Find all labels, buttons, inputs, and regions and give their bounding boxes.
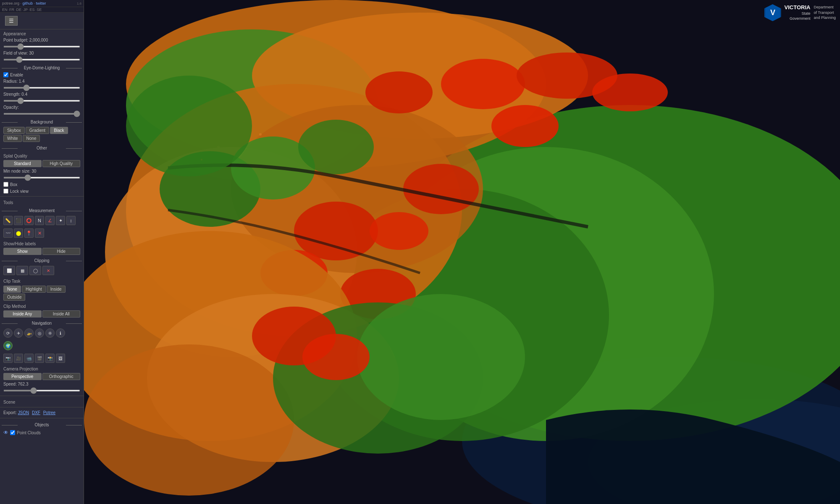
lang-se[interactable]: SE <box>37 8 42 12</box>
cam-preset-5[interactable]: 📸 <box>45 354 55 363</box>
government-text: Government <box>790 16 811 21</box>
measure-point-icon[interactable]: ✦ <box>56 216 65 225</box>
measure-polyline-icon[interactable]: ⬤ <box>14 228 23 238</box>
appearance-title: Appearance <box>3 32 26 36</box>
speed-label: Speed: 762.3 <box>3 382 80 386</box>
site-name-text: potree.org <box>2 1 19 5</box>
nav-orbit-icon[interactable]: ⟳ <box>3 328 13 338</box>
nav-earth-icon[interactable]: 🌍 <box>3 341 13 350</box>
point-budget-slider[interactable] <box>3 46 80 47</box>
cam-preset-6[interactable]: 🖼 <box>56 354 65 363</box>
export-json-link[interactable]: JSON <box>18 410 29 415</box>
potree-header: potree.org · github · twitter 1.6 <box>0 0 84 7</box>
clip-remove-icon[interactable]: ✕ <box>42 266 54 275</box>
measure-contour-icon[interactable]: 〰 <box>3 228 13 238</box>
edl-strength-label: Strength: 0.4 <box>3 92 80 97</box>
speed-slider[interactable] <box>3 390 80 391</box>
scene-label: Scene <box>3 400 80 404</box>
lock-view-checkbox[interactable] <box>3 189 8 194</box>
cam-preset-4[interactable]: 🎬 <box>35 354 44 363</box>
perspective-button[interactable]: Perspective <box>3 373 42 380</box>
site-name: potree.org · github · twitter <box>2 1 46 5</box>
lang-de[interactable]: DE <box>16 8 22 12</box>
objects-section-title: Objects <box>2 423 82 427</box>
export-potree-link[interactable]: Potree <box>43 410 55 415</box>
clip-method-inside-all[interactable]: Inside All <box>42 310 81 318</box>
clip-task-none[interactable]: None <box>3 286 21 293</box>
splat-quality-label: Splat Quality <box>3 154 80 158</box>
nav-helicopter-icon[interactable]: 🚁 <box>24 328 34 338</box>
menu-button[interactable]: ☰ <box>5 16 18 26</box>
lang-es[interactable]: ES <box>30 8 35 12</box>
export-label: Export: <box>3 410 17 415</box>
splat-quality-text: Splat Quality <box>3 154 27 158</box>
clip-task-outside[interactable]: Outside <box>3 294 25 301</box>
camera-preset-icons: 📷 🎥 📹 🎬 📸 🖼 <box>3 354 80 363</box>
sidebar: potree.org · github · twitter 1.6 EN·FR·… <box>0 0 84 504</box>
cam-preset-3[interactable]: 📹 <box>24 354 34 363</box>
nav-fly-icon[interactable]: ✈ <box>14 328 23 338</box>
export-dxf-link[interactable]: DXF <box>32 410 40 415</box>
min-node-slider[interactable] <box>3 177 80 178</box>
nav-fullscreen-icon[interactable]: ❊ <box>45 328 55 338</box>
orthographic-button[interactable]: Orthographic <box>42 373 81 380</box>
measure-remove-icon[interactable]: ✕ <box>35 228 44 238</box>
lang-jp[interactable]: JP <box>24 8 28 12</box>
dept3-text: and Planning <box>814 16 836 20</box>
edl-strength-slider[interactable] <box>3 100 80 102</box>
eye-icon[interactable]: 👁 <box>3 430 8 436</box>
splat-high-button[interactable]: High Quality <box>42 160 81 167</box>
fov-slider[interactable] <box>3 59 80 60</box>
twitter-link[interactable]: twitter <box>36 1 46 5</box>
speed-row: Speed: 762.3 <box>3 382 80 392</box>
edl-enable-label: Enable <box>10 73 23 77</box>
measure-profile-icon[interactable]: 📍 <box>24 228 34 238</box>
measure-distance-icon[interactable]: 📏 <box>3 216 13 225</box>
edl-radius-slider[interactable] <box>3 87 80 89</box>
opacity-slider[interactable] <box>3 113 80 115</box>
clip-method-label: Clip Method <box>3 304 80 309</box>
bg-black-button[interactable]: Black <box>50 127 68 134</box>
measure-height-icon[interactable]: ↕ <box>66 216 76 225</box>
hide-labels-button[interactable]: Hide <box>42 248 81 255</box>
measurement-tools: 📏 ⬛ ⭕ N ∠ ✦ ↕ <box>3 216 80 225</box>
other-section-title: Other <box>2 146 82 150</box>
clip-sphere-icon[interactable]: ◯ <box>29 266 41 275</box>
fov-row: Field of view: 30 <box>3 51 80 61</box>
measure-circle-icon[interactable]: ⭕ <box>24 216 34 225</box>
github-link[interactable]: github <box>23 1 33 5</box>
clip-poly-icon[interactable]: ▦ <box>16 266 28 275</box>
background-section-title: Background <box>2 120 82 124</box>
show-labels-button[interactable]: Show <box>3 248 42 255</box>
measurement-section-title: Measurement <box>2 208 82 213</box>
bg-none-button[interactable]: None <box>23 135 40 142</box>
cam-preset-2[interactable]: 🎥 <box>14 354 23 363</box>
measure-area-icon[interactable]: ⬛ <box>14 216 23 225</box>
splat-standard-button[interactable]: Standard <box>3 160 42 167</box>
measure-angle-icon[interactable]: ∠ <box>45 216 55 225</box>
lang-en[interactable]: EN <box>2 8 8 12</box>
bg-gradient-button[interactable]: Gradient <box>26 127 49 134</box>
measure-azimuth-icon[interactable]: N <box>35 216 44 225</box>
victoria-logo-area: V VICTORIA State Government Department o… <box>764 4 836 21</box>
victoria-text: VICTORIA State Government <box>785 4 811 21</box>
language-bar: EN·FR·DE·JP·ES·SE <box>0 7 84 13</box>
other-title-text: Other <box>37 146 47 150</box>
clipping-section-title: Clipping <box>2 258 82 263</box>
dept2-text: of Transport <box>814 10 834 15</box>
point-clouds-visible-checkbox[interactable] <box>10 430 15 435</box>
nav-info-icon[interactable]: ℹ <box>56 328 65 338</box>
clip-task-inside[interactable]: Inside <box>47 286 66 293</box>
bg-white-button[interactable]: White <box>3 135 22 142</box>
lang-fr[interactable]: FR <box>9 8 14 12</box>
edl-enable-checkbox[interactable] <box>3 72 8 77</box>
point-budget-row: Point budget: 2,000,000 <box>3 38 80 48</box>
clip-box-icon[interactable]: ⬜ <box>3 266 15 275</box>
clip-method-inside-any[interactable]: Inside Any <box>3 310 42 318</box>
bg-skybox-button[interactable]: Skybox <box>3 127 25 134</box>
nav-compass-icon[interactable]: ◎ <box>35 328 44 338</box>
box-checkbox[interactable] <box>3 182 8 187</box>
cam-preset-1[interactable]: 📷 <box>3 354 13 363</box>
splat-quality-buttons: Standard High Quality <box>3 160 80 167</box>
clip-task-highlight[interactable]: Highlight <box>22 286 46 293</box>
